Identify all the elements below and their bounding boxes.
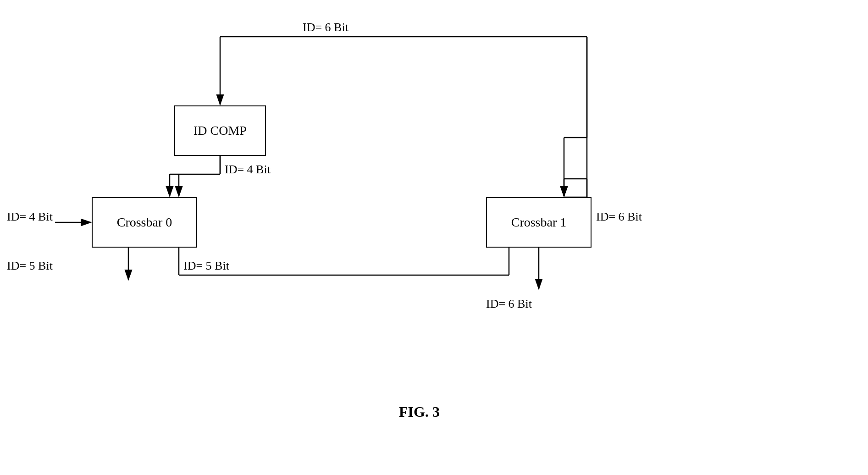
- id-comp-box: ID COMP: [174, 105, 266, 156]
- diagram-container: ID COMP Crossbar 0 Crossbar 1 ID= 6 Bit …: [0, 0, 868, 475]
- crossbar0-label: Crossbar 0: [117, 215, 172, 230]
- figure-caption: FIG. 3: [399, 403, 440, 420]
- top-id-label: ID= 6 Bit: [303, 21, 348, 34]
- crossbar0-right-out-label: ID= 5 Bit: [183, 259, 229, 273]
- crossbar1-bottom-label: ID= 6 Bit: [486, 297, 532, 311]
- id-comp-right-out-label: ID= 4 Bit: [225, 163, 271, 177]
- crossbar1-right-label: ID= 6 Bit: [596, 210, 642, 224]
- crossbar0-left-out-label: ID= 5 Bit: [7, 259, 53, 273]
- crossbar0-left-input-label: ID= 4 Bit: [7, 210, 53, 224]
- crossbar1-label: Crossbar 1: [511, 215, 567, 230]
- crossbar0-box: Crossbar 0: [92, 197, 197, 248]
- id-comp-label: ID COMP: [194, 123, 247, 138]
- crossbar1-box: Crossbar 1: [486, 197, 592, 248]
